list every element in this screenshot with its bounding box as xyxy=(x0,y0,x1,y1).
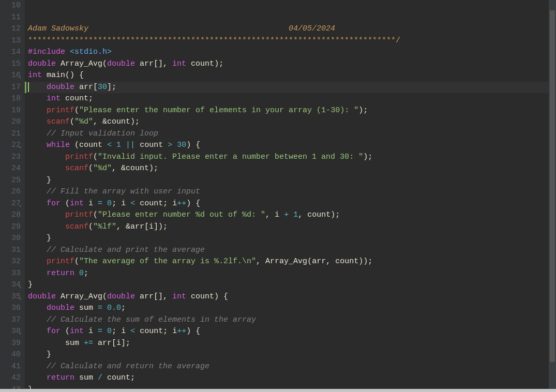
line-number[interactable]: 27▾ xyxy=(3,198,21,210)
line-number[interactable]: 39 xyxy=(3,338,21,350)
code-token: printf xyxy=(47,106,74,115)
line-number[interactable]: 18 xyxy=(3,93,21,105)
line-number[interactable]: 10 xyxy=(3,0,21,12)
line-number[interactable]: 17 xyxy=(3,82,21,94)
line-number[interactable]: 41 xyxy=(3,361,21,373)
code-editor: 10111213141516▾171819202122▾2324252627▾2… xyxy=(0,0,556,392)
line-number[interactable]: 29 xyxy=(3,221,21,233)
code-line[interactable]: double Array_Avg(double arr[], int count… xyxy=(28,58,556,70)
code-line[interactable]: printf("Please enter number %d out of %d… xyxy=(28,209,556,221)
code-line[interactable]: scanf("%d", &count); xyxy=(28,163,556,175)
line-number[interactable]: 14 xyxy=(3,47,21,58)
code-token: ( xyxy=(70,117,74,126)
code-token: / xyxy=(98,373,102,382)
code-token: ( xyxy=(93,153,98,161)
line-number[interactable]: 19 xyxy=(3,105,21,117)
code-line[interactable]: printf("Invalid input. Please enter a nu… xyxy=(28,152,556,163)
line-number[interactable]: 21 xyxy=(3,128,21,140)
line-number[interactable]: 15 xyxy=(3,58,21,70)
code-token xyxy=(28,117,47,126)
code-token: 30 xyxy=(98,83,107,92)
code-line[interactable]: Adam Sadowsky 04/05/2024 xyxy=(28,23,556,35)
code-token: 1 xyxy=(293,210,298,219)
line-number[interactable]: 24 xyxy=(3,163,21,175)
code-line[interactable] xyxy=(28,0,556,12)
code-token: = xyxy=(98,199,102,208)
code-line[interactable]: // Calculate the sum of elements in the … xyxy=(28,314,556,326)
line-number[interactable]: 20 xyxy=(3,116,21,128)
code-line[interactable]: } xyxy=(28,279,556,291)
code-token: for xyxy=(47,199,61,208)
code-token xyxy=(28,269,47,278)
code-token: ) { xyxy=(186,327,200,336)
code-line[interactable]: return 0; xyxy=(28,268,556,280)
line-number[interactable]: 23 xyxy=(3,152,21,163)
code-token: Array_Avg xyxy=(56,59,102,68)
code-line[interactable]: sum += arr[i]; xyxy=(28,338,556,350)
line-number[interactable]: 36 xyxy=(3,303,21,314)
line-number[interactable]: 16▾ xyxy=(3,70,21,82)
line-number[interactable]: 38▾ xyxy=(3,326,21,338)
code-token: scanf xyxy=(47,117,70,126)
line-number[interactable]: 13 xyxy=(3,35,21,47)
code-line[interactable]: scanf("%lf", &arr[i]); xyxy=(28,221,556,233)
line-number-gutter[interactable]: 10111213141516▾171819202122▾2324252627▾2… xyxy=(0,0,25,392)
line-number[interactable]: 22▾ xyxy=(3,140,21,152)
code-line[interactable]: // Calculate and return the average xyxy=(28,361,556,373)
code-line[interactable]: } xyxy=(28,349,556,361)
code-line[interactable]: for (int i = 0; i < count; i++) { xyxy=(28,198,556,210)
code-line[interactable]: double arr[30]; xyxy=(28,82,556,94)
code-line[interactable]: int count; xyxy=(28,93,556,105)
code-token: () { xyxy=(65,71,84,80)
code-token: main xyxy=(42,71,65,80)
code-token: 1 xyxy=(116,141,121,149)
code-token: ); xyxy=(358,106,368,115)
line-number[interactable]: 37 xyxy=(3,314,21,326)
code-token xyxy=(28,164,65,173)
scrollbar-track[interactable] xyxy=(549,0,556,392)
line-number[interactable]: 40 xyxy=(3,349,21,361)
code-token xyxy=(28,94,47,103)
code-line[interactable]: scanf("%d", &count); xyxy=(28,116,556,128)
line-number[interactable]: 35▾ xyxy=(3,291,21,303)
code-token: Array_Avg xyxy=(56,292,102,301)
code-area[interactable]: Adam Sadowsky 04/05/2024****************… xyxy=(25,0,556,392)
code-line[interactable] xyxy=(28,12,556,24)
code-token: printf xyxy=(47,257,74,266)
code-token: [ xyxy=(93,83,98,92)
code-line[interactable]: // Fill the array with user input xyxy=(28,186,556,198)
code-token: count xyxy=(135,141,168,149)
code-token: "%d" xyxy=(74,117,93,126)
code-line[interactable]: // Calculate and print the average xyxy=(28,245,556,257)
scrollbar-thumb[interactable] xyxy=(550,10,555,362)
line-number[interactable]: 42 xyxy=(3,372,21,384)
code-line[interactable]: } xyxy=(28,233,556,245)
code-line[interactable]: double Array_Avg(double arr[], int count… xyxy=(28,291,556,303)
code-line[interactable]: // Input validation loop xyxy=(28,128,556,140)
line-number[interactable]: 26 xyxy=(3,186,21,198)
code-line[interactable]: while (count < 1 || count > 30) { xyxy=(28,140,556,152)
code-token: scanf xyxy=(65,222,88,231)
code-line[interactable]: int main() { xyxy=(28,70,556,82)
code-line[interactable]: return sum / count; xyxy=(28,372,556,384)
code-line[interactable]: #include <stdio.h> xyxy=(28,47,556,58)
code-line[interactable]: printf("The average of the array is %.2l… xyxy=(28,256,556,268)
line-number[interactable]: 33 xyxy=(3,268,21,280)
code-token xyxy=(28,304,47,312)
line-number[interactable]: 12 xyxy=(3,23,21,35)
line-number[interactable]: 25 xyxy=(3,175,21,187)
code-line[interactable]: ****************************************… xyxy=(28,35,556,47)
line-number[interactable]: 28 xyxy=(3,209,21,221)
line-number[interactable]: 30 xyxy=(3,233,21,245)
code-token xyxy=(74,269,79,278)
line-number[interactable]: 31 xyxy=(3,245,21,257)
line-number[interactable]: 34▾ xyxy=(3,279,21,291)
code-token xyxy=(28,83,47,92)
line-number[interactable]: 32 xyxy=(3,256,21,268)
code-line[interactable]: double sum = 0.0; xyxy=(28,303,556,314)
code-line[interactable]: for (int i = 0; i < count; i++) { xyxy=(28,326,556,338)
line-number[interactable]: 11 xyxy=(3,12,21,24)
code-line[interactable]: printf("Please enter the number of eleme… xyxy=(28,105,556,117)
code-token: ) { xyxy=(186,141,200,149)
code-line[interactable]: } xyxy=(28,175,556,187)
